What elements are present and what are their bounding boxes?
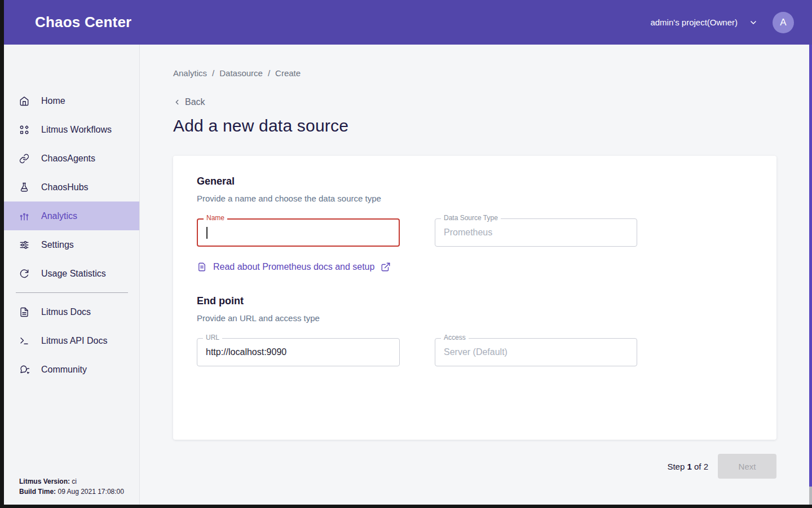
- page-title: Add a new data source: [173, 116, 812, 135]
- general-heading: General: [197, 176, 753, 187]
- link-icon: [19, 154, 29, 164]
- breadcrumb-separator: /: [212, 68, 214, 78]
- back-button[interactable]: Back: [173, 97, 205, 107]
- sidebar-item-home[interactable]: Home: [4, 86, 139, 115]
- terminal-icon: [19, 336, 29, 346]
- sidebar-item-community[interactable]: Community: [4, 355, 139, 384]
- data-source-type-select[interactable]: Data Source Type Prometheus: [435, 218, 637, 247]
- sidebar-item-chaoshubs[interactable]: ChaosHubs: [4, 173, 139, 202]
- sidebar-item-label: Home: [41, 96, 65, 106]
- sidebar-item-settings[interactable]: Settings: [4, 230, 139, 259]
- name-field-label: Name: [204, 214, 227, 222]
- sidebar-item-analytics[interactable]: Analytics: [4, 202, 139, 230]
- chevron-left-icon: [173, 98, 181, 106]
- docs-link-text: Read about Prometheus docs and setup: [213, 262, 374, 272]
- sidebar-item-label: Usage Statistics: [41, 269, 106, 279]
- sidebar: Home Litmus Workflows ChaosAgents ChaosH…: [4, 45, 140, 505]
- chat-bubbles-icon: [19, 365, 29, 375]
- external-link-icon: [381, 262, 391, 272]
- text-caret: [206, 227, 208, 239]
- breadcrumb-create[interactable]: Create: [275, 68, 301, 78]
- endpoint-heading: End point: [197, 295, 753, 307]
- refresh-circle-icon: [19, 269, 29, 279]
- sidebar-item-label: Litmus Workflows: [41, 125, 112, 135]
- sidebar-item-label: Community: [41, 365, 87, 375]
- sliders-icon: [19, 240, 29, 250]
- sidebar-item-label: Settings: [41, 240, 74, 250]
- sidebar-item-litmus-api-docs[interactable]: Litmus API Docs: [4, 326, 139, 355]
- step-indicator: Step 1 of 2: [667, 462, 708, 471]
- home-icon: [19, 96, 29, 106]
- project-selector-label: admin's project(Owner): [650, 17, 738, 27]
- endpoint-subtitle: Provide an URL and access type: [197, 313, 753, 323]
- sidebar-item-label: Litmus API Docs: [41, 336, 107, 346]
- breadcrumb-analytics[interactable]: Analytics: [173, 68, 207, 78]
- app-header: Chaos Center admin's project(Owner) A: [4, 0, 812, 45]
- chevron-down-icon: [749, 18, 758, 27]
- flask-icon: [19, 182, 29, 192]
- data-source-type-value: Prometheus: [444, 227, 492, 238]
- workflows-icon: [19, 125, 29, 135]
- avatar[interactable]: A: [773, 12, 794, 33]
- back-label: Back: [185, 97, 205, 107]
- sidebar-item-label: ChaosHubs: [41, 182, 89, 192]
- scrollbar-thumb[interactable]: [809, 45, 812, 487]
- sidebar-item-label: Analytics: [41, 211, 77, 221]
- document-icon: [19, 307, 29, 317]
- app-title: Chaos Center: [35, 14, 131, 31]
- sidebar-item-litmus-workflows[interactable]: Litmus Workflows: [4, 115, 139, 144]
- url-field-label: URL: [203, 334, 222, 341]
- access-field-label: Access: [441, 334, 469, 341]
- analytics-icon: [19, 211, 29, 221]
- breadcrumb: Analytics / Datasource / Create: [173, 68, 812, 78]
- breadcrumb-datasource[interactable]: Datasource: [219, 68, 263, 78]
- scrollbar-track[interactable]: [809, 45, 812, 505]
- sidebar-item-usage-statistics[interactable]: Usage Statistics: [4, 259, 139, 288]
- app-window: Chaos Center admin's project(Owner) A Ho…: [4, 0, 812, 505]
- data-source-type-label: Data Source Type: [441, 214, 501, 222]
- version-info: Litmus Version: ci Build Time: 09 Aug 20…: [19, 476, 124, 497]
- build-time-line: Build Time: 09 Aug 2021 17:08:00: [19, 487, 124, 497]
- step-current: 1: [687, 462, 691, 471]
- litmus-version-line: Litmus Version: ci: [19, 476, 124, 487]
- url-input[interactable]: URL http://localhost:9090: [197, 338, 400, 366]
- general-subtitle: Provide a name and choose the data sourc…: [197, 194, 753, 203]
- url-field-value: http://localhost:9090: [206, 347, 286, 357]
- datasource-form-card: General Provide a name and choose the da…: [173, 156, 776, 440]
- sidebar-item-label: ChaosAgents: [41, 154, 95, 164]
- next-button[interactable]: Next: [718, 454, 776, 479]
- prometheus-docs-link[interactable]: Read about Prometheus docs and setup: [197, 262, 391, 272]
- access-field-value: Server (Default): [444, 347, 508, 357]
- sidebar-divider: [16, 292, 128, 293]
- sidebar-item-chaosagents[interactable]: ChaosAgents: [4, 144, 139, 173]
- sidebar-item-label: Litmus Docs: [41, 307, 91, 317]
- document-icon: [197, 262, 207, 272]
- access-select[interactable]: Access Server (Default): [435, 338, 637, 366]
- project-selector[interactable]: admin's project(Owner): [650, 17, 758, 27]
- main-content: Analytics / Datasource / Create Back Add…: [140, 45, 812, 505]
- form-footer: Step 1 of 2 Next: [173, 454, 776, 479]
- sidebar-item-litmus-docs[interactable]: Litmus Docs: [4, 297, 139, 326]
- breadcrumb-separator: /: [268, 68, 270, 78]
- name-input[interactable]: Name: [197, 218, 400, 247]
